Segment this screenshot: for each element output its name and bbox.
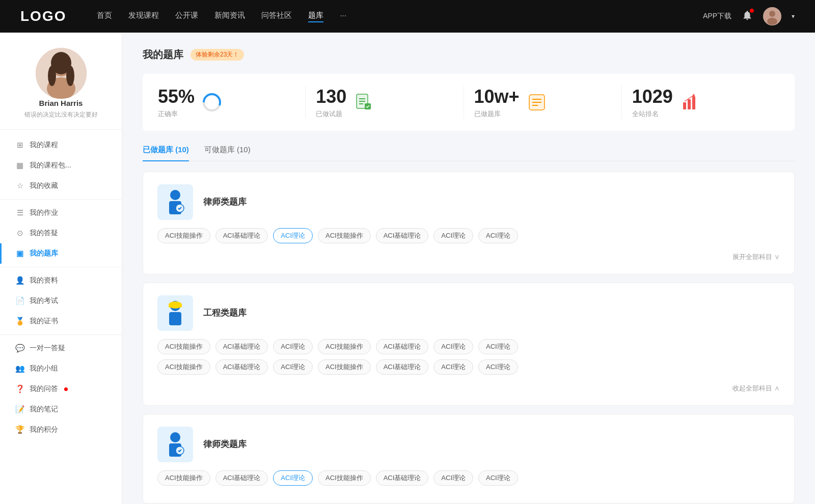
svg-point-11 [207, 97, 217, 107]
sidebar-item-courses[interactable]: ⊞ 我的课程 [0, 135, 122, 155]
qbank-card-3-header: 律师类题库 [157, 427, 780, 462]
tag-3-7[interactable]: ACI理论 [478, 470, 518, 486]
nav-home[interactable]: 首页 [97, 11, 112, 22]
sidebar-menu: ⊞ 我的课程 ▦ 我的课程包... ☆ 我的收藏 ☰ 我的作业 ⊙ 我的答疑 ▣ [0, 135, 122, 440]
tag-2-r2-5[interactable]: ACI基础理论 [376, 359, 429, 375]
tag-2-r1-5[interactable]: ACI基础理论 [376, 339, 429, 354]
sidebar-item-exam[interactable]: 📄 我的考试 [0, 291, 122, 311]
tag-2-r1-3[interactable]: ACI理论 [273, 339, 313, 354]
tag-1-2[interactable]: ACI基础理论 [215, 228, 268, 243]
stat-done-banks: 10w+ 已做题库 [464, 86, 622, 119]
sidebar-label-group: 我的小组 [30, 364, 58, 373]
tag-1-5[interactable]: ACI基础理论 [376, 228, 429, 243]
sidebar: Brian Harris 错误的决定比没有决定要好 ⊞ 我的课程 ▦ 我的课程包… [0, 33, 122, 504]
qbank-card-3-title: 律师类题库 [203, 427, 247, 462]
tag-3-6[interactable]: ACI理论 [433, 470, 473, 486]
tag-2-r1-1[interactable]: ACI技能操作 [157, 339, 210, 354]
tag-2-r2-1[interactable]: ACI技能操作 [157, 359, 210, 375]
collapse-link-2[interactable]: 收起全部科目 ∧ [732, 384, 780, 393]
tag-2-r2-7[interactable]: ACI理论 [478, 359, 518, 375]
svg-point-35 [170, 432, 180, 442]
main-content: 我的题库 体验剩余23天！ 55% 正确率 [122, 33, 815, 504]
sidebar-item-cert[interactable]: 🏅 我的证书 [0, 311, 122, 331]
notification-bell[interactable] [742, 10, 753, 23]
sidebar-item-points[interactable]: 🏆 我的积分 [0, 419, 122, 440]
qbank-card-2-tags-row1: ACI技能操作 ACI基础理论 ACI理论 ACI技能操作 ACI基础理论 AC… [157, 339, 780, 354]
sidebar-item-coursepkg[interactable]: ▦ 我的课程包... [0, 155, 122, 176]
sidebar-item-group[interactable]: 👥 我的小组 [0, 358, 122, 379]
content-tabs: 已做题库 (10) 可做题库 (10) [143, 145, 795, 161]
tab-done-banks[interactable]: 已做题库 (10) [143, 145, 189, 161]
nav-qa[interactable]: 问答社区 [261, 11, 292, 22]
qbank-card-2-title: 工程类题库 [203, 295, 247, 331]
tag-1-7[interactable]: ACI理论 [478, 228, 518, 243]
user-avatar[interactable] [763, 7, 781, 25]
tag-1-1[interactable]: ACI技能操作 [157, 228, 210, 243]
svg-rect-34 [172, 302, 178, 305]
profile-photo [36, 48, 87, 99]
tag-1-6[interactable]: ACI理论 [433, 228, 473, 243]
app-download-btn[interactable]: APP下载 [703, 12, 731, 21]
tag-3-1[interactable]: ACI技能操作 [157, 470, 210, 486]
sidebar-label-coursepkg: 我的课程包... [30, 161, 71, 170]
logo: LOGO [20, 8, 66, 24]
nav-opencourse[interactable]: 公开课 [175, 11, 198, 22]
tag-2-r2-3[interactable]: ACI理论 [273, 359, 313, 375]
svg-rect-23 [683, 102, 686, 109]
tag-2-r2-6[interactable]: ACI理论 [433, 359, 473, 375]
nav-news[interactable]: 新闻资讯 [214, 11, 245, 22]
svg-point-8 [66, 66, 74, 86]
page-title: 我的题库 [143, 48, 183, 62]
qbank-3-icon-wrap [157, 427, 193, 462]
sidebar-item-myqa[interactable]: ❓ 我的问答 [0, 379, 122, 399]
navbar-right: APP下载 ▾ [703, 7, 795, 25]
qbank-card-2: 工程类题库 ACI技能操作 ACI基础理论 ACI理论 ACI技能操作 ACI基… [143, 283, 795, 406]
tag-1-4[interactable]: ACI技能操作 [318, 228, 371, 243]
tag-3-2[interactable]: ACI基础理论 [215, 470, 268, 486]
sidebar-label-exam: 我的考试 [30, 296, 58, 305]
sidebar-item-homework[interactable]: ☰ 我的作业 [0, 203, 122, 223]
qbank-card-3-tags: ACI技能操作 ACI基础理论 ACI理论 ACI技能操作 ACI基础理论 AC… [157, 470, 780, 486]
user-dropdown-arrow[interactable]: ▾ [792, 13, 795, 20]
sidebar-item-1on1qa[interactable]: 💬 一对一答疑 [0, 338, 122, 358]
lawyer-icon-2 [163, 431, 187, 458]
sidebar-item-qa[interactable]: ⊙ 我的答疑 [0, 223, 122, 243]
file-icon: 📄 [15, 296, 24, 305]
tag-2-r1-4[interactable]: ACI技能操作 [318, 339, 371, 354]
expand-link-1[interactable]: 展开全部科目 ∨ [732, 253, 780, 262]
tag-3-3[interactable]: ACI理论 [273, 470, 313, 486]
stat-done-questions: 130 已做试题 [306, 86, 464, 119]
tag-3-4[interactable]: ACI技能操作 [318, 470, 371, 486]
nav-more[interactable]: ··· [340, 11, 346, 22]
tag-2-r1-6[interactable]: ACI理论 [433, 339, 473, 354]
tag-2-r1-2[interactable]: ACI基础理论 [215, 339, 268, 354]
stat-done-banks-value: 10w+ [474, 86, 520, 107]
sidebar-item-qbank[interactable]: ▣ 我的题库 [0, 243, 122, 264]
sidebar-item-profile[interactable]: 👤 我的资料 [0, 270, 122, 291]
sidebar-profile: Brian Harris 错误的决定比没有决定要好 [0, 48, 122, 130]
nav-questionbank[interactable]: 题库 [308, 11, 323, 22]
tag-3-5[interactable]: ACI基础理论 [376, 470, 429, 486]
nav-links: 首页 发现课程 公开课 新闻资讯 问答社区 题库 ··· [97, 11, 703, 22]
tag-2-r1-7[interactable]: ACI理论 [478, 339, 518, 354]
nav-discover[interactable]: 发现课程 [128, 11, 159, 22]
star-icon: ☆ [15, 181, 24, 190]
sidebar-item-favorites[interactable]: ☆ 我的收藏 [0, 176, 122, 196]
sidebar-item-notes[interactable]: 📝 我的笔记 [0, 399, 122, 419]
tag-1-3[interactable]: ACI理论 [273, 228, 313, 243]
qmark-icon: ❓ [15, 384, 24, 394]
tag-2-r2-4[interactable]: ACI技能操作 [318, 359, 371, 375]
stat-accuracy-value: 55% [158, 86, 195, 107]
grid-icon: ⊞ [15, 141, 24, 150]
stats-row: 55% 正确率 130 已做试题 [143, 74, 795, 131]
sidebar-divider-1 [0, 199, 122, 200]
stat-accuracy: 55% 正确率 [158, 86, 306, 119]
qbank-card-3: 律师类题库 ACI技能操作 ACI基础理论 ACI理论 ACI技能操作 ACI基… [143, 414, 795, 503]
medal-icon: 🏆 [15, 425, 24, 434]
sidebar-label-qbank: 我的题库 [30, 249, 58, 258]
svg-point-26 [693, 94, 695, 96]
tab-available-banks[interactable]: 可做题库 (10) [204, 145, 251, 161]
tag-2-r2-2[interactable]: ACI基础理论 [215, 359, 268, 375]
svg-rect-31 [169, 312, 181, 325]
profile-motto: 错误的决定比没有决定要好 [24, 110, 98, 119]
